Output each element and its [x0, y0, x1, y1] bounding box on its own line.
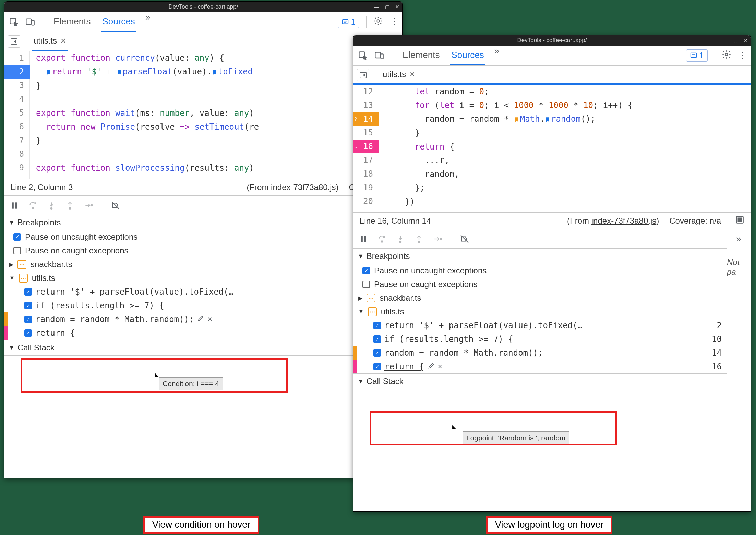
pause-caught-row[interactable]: Pause on caught exceptions — [4, 244, 402, 258]
checkbox[interactable] — [362, 281, 370, 288]
inspect-icon[interactable] — [357, 50, 369, 61]
code-line[interactable] — [36, 147, 259, 161]
file-tab-utils[interactable]: utils.ts ✕ — [32, 32, 68, 51]
code-editor[interactable]: 123456789export function currency(value:… — [4, 51, 402, 179]
code-line[interactable]: }; — [385, 181, 633, 195]
breakpoint-row[interactable]: random = random * Math.random();14 — [353, 346, 727, 360]
pause-resume-icon[interactable] — [358, 234, 369, 244]
remove-breakpoint-icon[interactable]: ✕ — [207, 314, 212, 324]
issues-badge[interactable]: 1 — [338, 16, 359, 28]
checkbox[interactable] — [373, 349, 381, 357]
edit-breakpoint-icon[interactable] — [197, 314, 205, 324]
coverage-toggle-icon[interactable] — [735, 215, 744, 226]
pause-caught-row[interactable]: Pause on caught exceptions — [353, 277, 727, 291]
tab-sources[interactable]: Sources — [450, 46, 485, 65]
gutter-line[interactable]: 1 — [4, 51, 29, 65]
breakpoint-row[interactable]: return {✕16 — [353, 360, 727, 373]
gutter-line[interactable]: 20 — [353, 194, 379, 208]
gutter-line[interactable]: 7 — [4, 133, 29, 147]
close-window-button[interactable]: ✕ — [743, 38, 748, 43]
inspect-icon[interactable] — [8, 16, 20, 28]
code-line[interactable]: random = random * Math.random(); — [385, 112, 633, 126]
kebab-menu-icon[interactable]: ⋮ — [390, 16, 399, 27]
gutter-line[interactable]: 15 — [353, 126, 379, 140]
issues-badge[interactable]: 1 — [686, 49, 708, 62]
gutter-line[interactable]: 5 — [4, 106, 29, 120]
code-line[interactable]: for (let i = 0; i < 1000 * 1000 * 10; i+… — [385, 98, 633, 112]
code-line[interactable] — [36, 93, 259, 106]
breakpoint-row[interactable]: random = random * Math.random();✕14 — [4, 312, 402, 326]
gutter-line[interactable]: 4 — [4, 92, 29, 106]
code-line[interactable]: return { — [385, 140, 633, 154]
maximize-button[interactable]: ▢ — [384, 4, 390, 10]
gutter-line[interactable]: 13 — [353, 98, 379, 112]
tab-sources[interactable]: Sources — [101, 12, 136, 32]
checkbox[interactable] — [24, 302, 32, 309]
code-line[interactable]: ...r, — [385, 154, 633, 167]
checkbox[interactable] — [24, 316, 32, 323]
gutter-line[interactable]: 12 — [353, 85, 379, 98]
code-line[interactable]: let random = 0; — [385, 85, 633, 98]
bp-file-row[interactable]: ▼⋯utils.ts — [353, 305, 727, 319]
step-over-icon[interactable] — [28, 200, 38, 211]
deactivate-breakpoints-icon[interactable] — [459, 234, 470, 244]
checkbox[interactable] — [13, 233, 21, 241]
minimize-button[interactable]: — — [374, 4, 380, 10]
breakpoints-header[interactable]: ▼Breakpoints — [4, 215, 402, 230]
gutter-line[interactable]: 17 — [353, 153, 379, 167]
checkbox[interactable] — [362, 267, 370, 274]
gutter-line[interactable]: 3 — [4, 79, 29, 92]
step-over-icon[interactable] — [377, 234, 387, 244]
step-icon[interactable] — [432, 234, 443, 244]
gutter-line[interactable]: ‥16 — [353, 140, 379, 153]
gutter-line[interactable]: 8 — [4, 147, 29, 161]
checkbox[interactable] — [373, 322, 381, 329]
bp-file-row[interactable]: ▼⋯utils.ts — [4, 271, 402, 285]
edit-breakpoint-icon[interactable] — [428, 362, 435, 371]
close-tab-icon[interactable]: ✕ — [409, 70, 415, 79]
code-line[interactable]: random, — [385, 167, 633, 181]
bp-file-row[interactable]: ▶⋯snackbar.ts — [353, 291, 727, 305]
call-stack-header[interactable]: ▼Call Stack — [4, 340, 402, 355]
checkbox[interactable] — [24, 288, 32, 296]
code-editor[interactable]: 1213?1415‥1617181920 let random = 0; for… — [353, 85, 751, 212]
close-tab-icon[interactable]: ✕ — [60, 37, 66, 45]
maximize-button[interactable]: ▢ — [733, 38, 738, 43]
bp-file-row[interactable]: ▶⋯snackbar.ts — [4, 258, 402, 271]
step-out-icon[interactable] — [65, 200, 75, 211]
gutter-line[interactable]: 9 — [4, 161, 29, 175]
close-window-button[interactable]: ✕ — [395, 4, 400, 10]
remove-breakpoint-icon[interactable]: ✕ — [438, 362, 442, 371]
step-into-icon[interactable] — [395, 234, 406, 244]
code-line[interactable]: return '$' + parseFloat(value).toFixed — [36, 65, 259, 79]
gutter-line[interactable]: 19 — [353, 181, 379, 194]
device-toggle-icon[interactable] — [373, 50, 385, 61]
code-line[interactable]: } — [36, 79, 259, 93]
code-line[interactable]: export function wait(ms: number, value: … — [36, 106, 259, 120]
checkbox[interactable] — [24, 329, 32, 337]
checkbox[interactable] — [373, 363, 381, 370]
call-stack-header[interactable]: ▼Call Stack — [353, 374, 727, 389]
file-tab-utils[interactable]: utils.ts ✕ — [381, 66, 417, 84]
gutter-line[interactable]: 18 — [353, 167, 379, 181]
gutter-line[interactable]: 2 — [4, 65, 29, 79]
breakpoint-row[interactable]: return '$' + parseFloat(value).toFixed(…… — [353, 319, 727, 332]
code-line[interactable]: export function slowProcessing(results: … — [36, 161, 259, 175]
breakpoint-row[interactable]: if (results.length >= 7) {10 — [4, 299, 402, 312]
breakpoint-row[interactable]: return '$' + parseFloat(value).toFixed(…… — [4, 285, 402, 299]
more-tabs-chevron-icon[interactable]: » — [494, 46, 499, 65]
kebab-menu-icon[interactable]: ⋮ — [738, 50, 747, 61]
device-toggle-icon[interactable] — [24, 16, 36, 28]
breakpoint-row[interactable]: if (results.length >= 7) {10 — [353, 332, 727, 346]
step-into-icon[interactable] — [46, 200, 57, 211]
code-line[interactable]: } — [385, 126, 633, 140]
expand-chevron-icon[interactable]: » — [736, 234, 741, 244]
code-line[interactable]: export function currency(value: any) { — [36, 51, 259, 65]
breakpoint-row[interactable]: return {16 — [4, 326, 402, 340]
checkbox[interactable] — [13, 247, 21, 254]
step-icon[interactable] — [83, 200, 94, 211]
pause-uncaught-row[interactable]: Pause on uncaught exceptions — [353, 264, 727, 277]
code-line[interactable]: } — [36, 134, 259, 147]
source-map-link[interactable]: index-73f73a80.js — [591, 216, 656, 225]
step-out-icon[interactable] — [414, 234, 424, 244]
